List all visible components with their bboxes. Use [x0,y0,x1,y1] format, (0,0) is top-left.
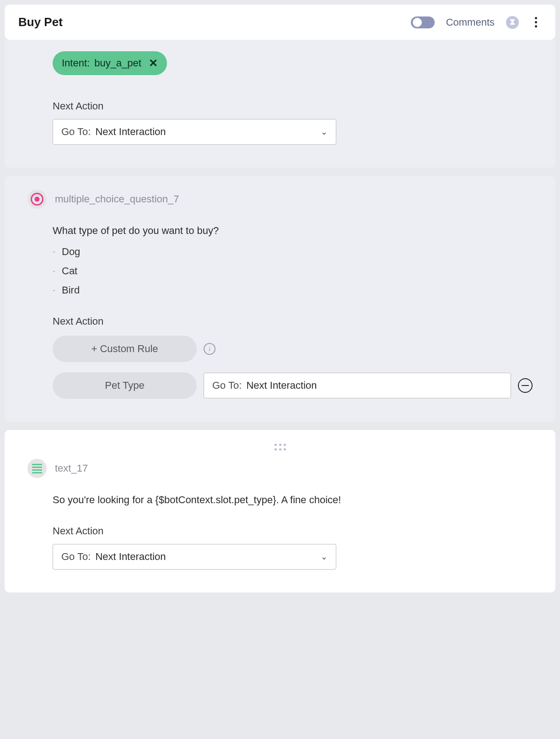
dash-icon: - [53,286,55,295]
intent-value: buy_a_pet [94,57,141,69]
comments-toggle[interactable] [411,16,435,28]
chevron-down-icon: ⌄ [321,552,328,562]
dash-icon: - [53,247,55,257]
rule-row: Pet Type Go To: Next Interaction [53,372,533,399]
node-header: text_17 [27,459,533,478]
text-body[interactable]: So you're looking for a {$botContext.slo… [53,494,533,506]
next-action-select[interactable]: Go To: Next Interaction ⌄ [53,544,336,570]
drag-handle-icon[interactable] [275,444,286,451]
rule-action-select[interactable]: Go To: Next Interaction [204,373,511,398]
option-item[interactable]: - Cat [53,265,533,277]
intent-chip[interactable]: Intent: buy_a_pet ✕ [53,51,167,75]
next-action-select[interactable]: Go To: Next Interaction ⌄ [53,119,336,145]
goto-value: Next Interaction [95,126,166,138]
header-actions: Comments [411,15,542,30]
page-title: Buy Pet [18,15,63,29]
remove-rule-icon[interactable] [518,378,533,393]
add-custom-rule-button[interactable]: + Custom Rule [53,336,197,362]
text-card: text_17 So you're looking for a {$botCon… [5,430,555,592]
option-label: Cat [62,265,77,277]
hourglass-icon[interactable] [506,16,519,29]
remove-intent-icon[interactable]: ✕ [149,57,158,70]
custom-rule-row: + Custom Rule i [53,336,533,362]
node-name[interactable]: text_17 [55,462,88,474]
comments-label: Comments [446,16,495,28]
goto-prefix: Go To: [61,551,91,563]
multiple-choice-card: multiple_choice_question_7 What type of … [5,176,555,422]
intent-prefix: Intent: [62,57,90,69]
options-list: - Dog - Cat - Bird [53,246,533,296]
goto-value: Next Interaction [246,380,317,391]
chevron-down-icon: ⌄ [321,127,328,137]
goto-value: Next Interaction [95,551,166,563]
node-header: multiple_choice_question_7 [27,190,533,209]
next-action-label: Next Action [53,100,533,112]
text-icon [27,459,47,478]
intent-card: Intent: buy_a_pet ✕ Next Action Go To: N… [5,40,555,168]
dash-icon: - [53,266,55,276]
next-action-label: Next Action [53,315,533,327]
next-action-label: Next Action [53,525,533,537]
option-item[interactable]: - Bird [53,284,533,296]
option-item[interactable]: - Dog [53,246,533,258]
radio-icon [27,190,47,209]
toggle-knob [413,18,422,27]
info-icon[interactable]: i [204,343,215,355]
goto-prefix: Go To: [61,126,91,138]
kebab-menu-button[interactable] [530,15,542,30]
node-name[interactable]: multiple_choice_question_7 [55,193,179,205]
page-header: Buy Pet Comments [5,5,555,40]
option-label: Dog [62,246,80,258]
goto-prefix: Go To: [212,380,242,391]
rule-pill-button[interactable]: Pet Type [53,372,197,399]
option-label: Bird [62,284,80,296]
question-text[interactable]: What type of pet do you want to buy? [53,225,533,237]
